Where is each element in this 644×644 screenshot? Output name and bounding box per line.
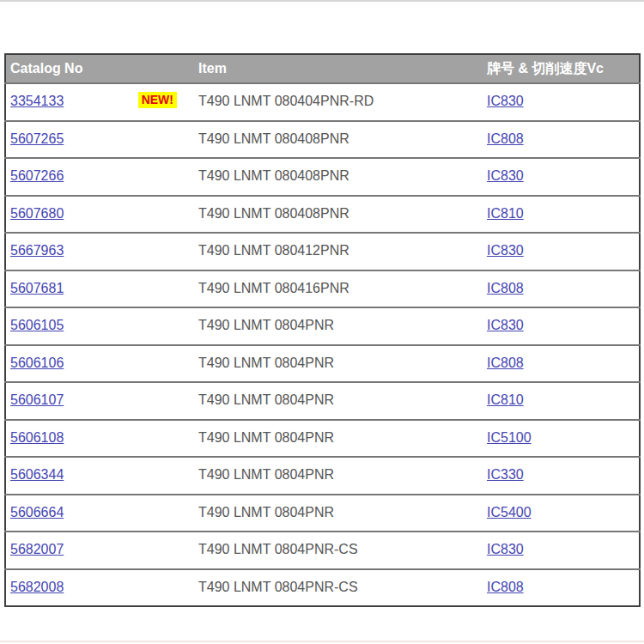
table-row: 5606106 T490 LNMT 0804PNR IC808 <box>5 345 640 383</box>
catalog-cell: 5606107 <box>5 382 194 420</box>
grade-link[interactable]: IC5100 <box>487 430 532 445</box>
grade-link[interactable]: IC5400 <box>487 505 532 519</box>
item-cell: T490 LNMT 080416PNR <box>194 270 483 308</box>
bottom-divider <box>0 641 644 642</box>
column-header-item: Item <box>194 54 483 83</box>
catalog-cell: 5667963 <box>5 233 194 270</box>
grade-link[interactable]: IC330 <box>487 467 524 482</box>
item-text: T490 LNMT 0804PNR <box>198 392 334 407</box>
catalog-link[interactable]: 5606108 <box>10 430 64 445</box>
item-cell: T490 LNMT 0804PNR <box>194 495 483 532</box>
item-cell: T490 LNMT 080408PNR <box>194 121 483 159</box>
item-cell: T490 LNMT 0804PNR-CS <box>194 569 483 607</box>
grade-cell: IC5100 <box>483 420 640 458</box>
grade-cell: IC808 <box>483 569 640 607</box>
item-text: T490 LNMT 080408PNR <box>198 131 349 146</box>
grade-cell: IC830 <box>483 307 640 345</box>
catalog-cell: 5606344 <box>5 457 194 495</box>
catalog-cell: 5607680 <box>5 196 194 234</box>
table-body: 3354133 NEW! T490 LNMT 080404PNR-RD IC83… <box>5 83 640 606</box>
column-header-grade: 牌号 & 切削速度Vc <box>483 54 640 83</box>
grade-cell: IC830 <box>483 158 640 196</box>
table-row: 5606105 T490 LNMT 0804PNR IC830 <box>5 307 640 345</box>
table-row: 5607680 T490 LNMT 080408PNR IC810 <box>5 196 640 234</box>
grade-cell: IC830 <box>483 233 640 270</box>
item-text: T490 LNMT 080404PNR-RD <box>198 94 374 108</box>
grade-link[interactable]: IC830 <box>487 542 524 556</box>
grade-cell: IC5400 <box>483 495 640 532</box>
catalog-cell: 5606664 <box>5 495 194 532</box>
grade-link[interactable]: IC830 <box>487 318 524 332</box>
item-text: T490 LNMT 0804PNR-CS <box>198 542 358 556</box>
catalog-cell: 5607681 <box>5 270 194 308</box>
catalog-link[interactable]: 5606664 <box>10 505 64 519</box>
catalog-link[interactable]: 5682008 <box>10 580 64 594</box>
item-cell: T490 LNMT 0804PNR-CS <box>194 532 483 569</box>
catalog-link[interactable]: 5607266 <box>10 168 64 183</box>
item-text: T490 LNMT 080412PNR <box>198 243 349 258</box>
grade-cell: IC808 <box>483 121 640 159</box>
table-header: Catalog No Item 牌号 & 切削速度Vc <box>5 54 640 83</box>
table-row: 5607266 T490 LNMT 080408PNR IC830 <box>5 158 640 196</box>
catalog-cell: 3354133 NEW! <box>5 83 194 121</box>
item-cell: T490 LNMT 080404PNR-RD <box>194 83 483 121</box>
table-row: 3354133 NEW! T490 LNMT 080404PNR-RD IC83… <box>5 83 640 121</box>
table-row: 5606108 T490 LNMT 0804PNR IC5100 <box>5 420 640 458</box>
catalog-cell: 5607265 <box>5 121 194 159</box>
grade-cell: IC830 <box>483 532 640 569</box>
catalog-link[interactable]: 5667963 <box>10 243 64 258</box>
grade-link[interactable]: IC808 <box>487 355 524 370</box>
item-text: T490 LNMT 080416PNR <box>198 281 349 295</box>
catalog-link[interactable]: 5606344 <box>10 467 64 482</box>
table-row: 5606344 T490 LNMT 0804PNR IC330 <box>5 457 640 495</box>
catalog-cell: 5606105 <box>5 307 194 345</box>
grade-link[interactable]: IC808 <box>487 281 524 295</box>
catalog-link[interactable]: 5606106 <box>10 355 64 370</box>
grade-link[interactable]: IC810 <box>487 206 524 221</box>
catalog-link[interactable]: 5682007 <box>10 542 64 556</box>
item-cell: T490 LNMT 080412PNR <box>194 233 483 270</box>
table-row: 5607265 T490 LNMT 080408PNR IC808 <box>5 121 640 159</box>
grade-cell: IC830 <box>483 83 640 121</box>
item-cell: T490 LNMT 0804PNR <box>194 307 483 345</box>
column-header-catalog-no: Catalog No <box>5 54 194 83</box>
grade-link[interactable]: IC830 <box>487 168 524 183</box>
table-row: 5682007 T490 LNMT 0804PNR-CS IC830 <box>5 532 640 569</box>
table-row: 5606664 T490 LNMT 0804PNR IC5400 <box>5 495 640 532</box>
grade-link[interactable]: IC808 <box>487 580 524 594</box>
item-text: T490 LNMT 0804PNR-CS <box>198 580 358 594</box>
products-table: Catalog No Item 牌号 & 切削速度Vc 3354133 NEW!… <box>4 53 641 607</box>
catalog-cell: 5682007 <box>5 532 194 569</box>
grade-cell: IC810 <box>483 382 640 420</box>
item-cell: T490 LNMT 0804PNR <box>194 345 483 383</box>
catalog-link[interactable]: 5607265 <box>10 131 64 146</box>
table-row: 5667963 T490 LNMT 080412PNR IC830 <box>5 233 640 270</box>
item-cell: T490 LNMT 0804PNR <box>194 457 483 495</box>
item-text: T490 LNMT 0804PNR <box>198 318 334 332</box>
item-text: T490 LNMT 0804PNR <box>198 430 334 445</box>
item-text: T490 LNMT 0804PNR <box>198 505 334 519</box>
table-row: 5606107 T490 LNMT 0804PNR IC810 <box>5 382 640 420</box>
item-cell: T490 LNMT 080408PNR <box>194 196 483 234</box>
catalog-link[interactable]: 5606107 <box>10 392 64 407</box>
item-text: T490 LNMT 0804PNR <box>198 355 334 370</box>
table-row: 5682008 T490 LNMT 0804PNR-CS IC808 <box>5 569 640 607</box>
table-row: 5607681 T490 LNMT 080416PNR IC808 <box>5 270 640 308</box>
catalog-link[interactable]: 3354133 <box>10 94 64 108</box>
header-row: Catalog No Item 牌号 & 切削速度Vc <box>5 54 640 83</box>
catalog-link[interactable]: 5607680 <box>10 206 64 221</box>
catalog-link[interactable]: 5607681 <box>10 281 64 295</box>
grade-cell: IC330 <box>483 457 640 495</box>
catalog-cell: 5606106 <box>5 345 194 383</box>
grade-cell: IC808 <box>483 345 640 383</box>
grade-link[interactable]: IC830 <box>487 94 524 108</box>
grade-link[interactable]: IC808 <box>487 131 524 146</box>
grade-link[interactable]: IC810 <box>487 392 524 407</box>
grade-cell: IC808 <box>483 270 640 308</box>
catalog-link[interactable]: 5606105 <box>10 318 64 332</box>
grade-link[interactable]: IC830 <box>487 243 524 258</box>
grade-cell: IC810 <box>483 196 640 234</box>
item-cell: T490 LNMT 0804PNR <box>194 382 483 420</box>
catalog-cell: 5606108 <box>5 420 194 458</box>
item-text: T490 LNMT 080408PNR <box>198 168 349 183</box>
